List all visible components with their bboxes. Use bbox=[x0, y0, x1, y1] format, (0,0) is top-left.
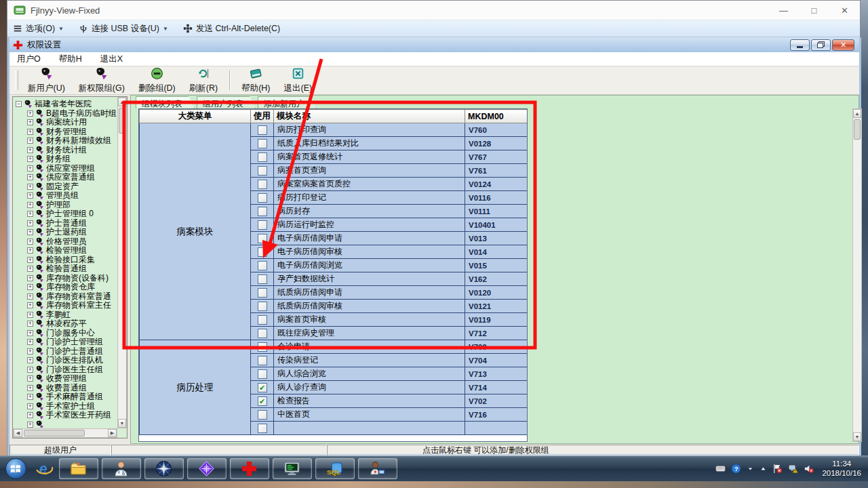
expand-icon[interactable]: + bbox=[27, 192, 33, 199]
module-name-cell[interactable]: 病历打印查询 bbox=[274, 123, 465, 137]
tree-vertical-scrollbar[interactable]: ▲ ▼ bbox=[117, 97, 127, 428]
keyboard-icon[interactable] bbox=[715, 464, 726, 474]
network-warning-icon[interactable] bbox=[788, 464, 798, 474]
volume-muted-icon[interactable] bbox=[804, 464, 814, 474]
toolbar-button-new-user[interactable]: 新用户(U) bbox=[21, 68, 72, 93]
module-checkbox[interactable] bbox=[258, 369, 267, 379]
scroll-up-icon[interactable]: ▲ bbox=[853, 109, 861, 118]
module-name-cell[interactable]: 孕产妇数据统计 bbox=[274, 272, 465, 286]
taskbar-nurse-app-button[interactable] bbox=[358, 458, 397, 479]
taskbar-clock[interactable]: 11:34 2018/10/16 bbox=[816, 459, 868, 478]
module-name-cell[interactable]: 病案首页查询 bbox=[274, 164, 465, 178]
tab-group-users[interactable]: 组用户列表 bbox=[197, 96, 256, 108]
module-checkbox[interactable] bbox=[258, 234, 267, 243]
viewer-minimize-button[interactable]: — bbox=[768, 1, 799, 20]
viewer-maximize-button[interactable]: □ bbox=[799, 1, 829, 20]
expand-icon[interactable]: + bbox=[27, 293, 33, 300]
taskbar-redcross-app-button[interactable] bbox=[230, 458, 269, 479]
taskbar-ie-icon[interactable]: e bbox=[31, 458, 57, 479]
module-checkbox[interactable]: ✔ bbox=[258, 383, 267, 392]
menu-exit[interactable]: 退出X bbox=[100, 54, 123, 65]
expand-icon[interactable]: + bbox=[27, 156, 33, 162]
help-icon[interactable]: ? bbox=[731, 464, 741, 474]
menu-user[interactable]: 用户O bbox=[17, 54, 41, 65]
expand-icon[interactable]: + bbox=[27, 375, 33, 382]
expand-icon[interactable]: + bbox=[27, 119, 33, 125]
toolbar-button-refresh[interactable]: 刷新(R) bbox=[182, 68, 224, 93]
module-name-cell[interactable]: 纸质病历借阅申请 bbox=[274, 286, 465, 300]
expand-icon[interactable]: + bbox=[27, 165, 33, 171]
module-name-cell[interactable]: 会诊申请 bbox=[274, 340, 465, 354]
module-checkbox[interactable]: ✔ bbox=[258, 396, 267, 406]
flag-error-icon[interactable] bbox=[772, 464, 783, 474]
module-name-cell[interactable]: 电子病历借阅浏览 bbox=[274, 259, 465, 272]
expand-icon[interactable]: + bbox=[27, 330, 33, 336]
module-checkbox[interactable] bbox=[258, 125, 267, 135]
module-checkbox[interactable] bbox=[258, 220, 267, 230]
viewer-menu-options[interactable]: 选项(O)▼ bbox=[13, 23, 64, 35]
module-checkbox[interactable] bbox=[258, 152, 267, 162]
module-checkbox[interactable] bbox=[258, 274, 267, 284]
expand-icon[interactable]: + bbox=[27, 266, 33, 272]
scroll-down-icon[interactable]: ▼ bbox=[853, 432, 861, 441]
expand-icon[interactable]: + bbox=[27, 403, 33, 409]
tree-group-item[interactable]: +手术室医生开药组 bbox=[14, 411, 117, 420]
module-checkbox[interactable] bbox=[258, 315, 267, 325]
module-checkbox[interactable] bbox=[258, 288, 267, 298]
module-checkbox[interactable] bbox=[258, 207, 267, 216]
module-name-cell[interactable]: 病案室病案首页质控 bbox=[274, 178, 465, 191]
expand-icon[interactable]: + bbox=[27, 422, 33, 428]
scroll-down-icon[interactable]: ▼ bbox=[118, 419, 126, 428]
module-name-cell[interactable]: 检查报告 bbox=[274, 394, 465, 408]
expand-icon[interactable]: + bbox=[27, 348, 33, 354]
taskbar-diamond-app-button[interactable] bbox=[187, 458, 226, 479]
expand-icon[interactable]: + bbox=[27, 302, 33, 308]
taskbar-doctor-app-button[interactable] bbox=[102, 458, 141, 479]
expand-icon[interactable]: + bbox=[27, 239, 33, 245]
app-restore-button[interactable] bbox=[811, 39, 831, 51]
module-checkbox[interactable] bbox=[258, 424, 267, 433]
expand-icon[interactable]: + bbox=[27, 247, 33, 253]
module-name-cell[interactable]: 病历封存 bbox=[274, 205, 465, 218]
expand-icon[interactable]: + bbox=[27, 321, 33, 327]
module-checkbox[interactable] bbox=[258, 302, 267, 311]
expand-icon[interactable]: + bbox=[27, 202, 33, 208]
module-checkbox[interactable] bbox=[258, 193, 267, 203]
module-name-cell[interactable]: 既往症病史管理 bbox=[274, 327, 465, 340]
expand-icon[interactable]: + bbox=[27, 211, 33, 217]
toolbar-button-new-group[interactable]: 新权限组(G) bbox=[72, 68, 132, 93]
expand-icon[interactable]: + bbox=[27, 394, 33, 400]
taskbar-explorer-button[interactable] bbox=[59, 458, 98, 479]
module-name-cell[interactable]: 病案首页返修统计 bbox=[274, 150, 465, 164]
tab-add-user[interactable]: 添加新用户 bbox=[258, 96, 317, 108]
app-titlebar[interactable]: 权限设置 ✕ bbox=[9, 37, 859, 52]
taskbar-monitor-app-button[interactable] bbox=[273, 458, 312, 479]
toolbar-button-exit-box[interactable]: 退出(E) bbox=[277, 68, 319, 93]
module-checkbox[interactable] bbox=[258, 410, 267, 420]
up-arrow-icon[interactable] bbox=[760, 465, 767, 472]
module-name-cell[interactable]: 病人诊疗查询 bbox=[274, 381, 465, 394]
menu-help[interactable]: 帮助H bbox=[59, 54, 82, 65]
expand-icon[interactable]: + bbox=[27, 275, 33, 281]
scroll-left-icon[interactable]: ◀ bbox=[14, 429, 22, 437]
expand-icon[interactable]: + bbox=[27, 312, 33, 318]
collapse-icon[interactable]: − bbox=[16, 101, 22, 107]
module-checkbox[interactable] bbox=[258, 329, 267, 338]
module-checkbox[interactable] bbox=[258, 166, 267, 176]
expand-icon[interactable]: + bbox=[27, 412, 33, 418]
expand-icon[interactable]: + bbox=[27, 129, 33, 135]
viewer-titlebar[interactable]: Fjlnyy-View-Fixed — □ ✕ bbox=[7, 1, 860, 20]
expand-icon[interactable]: + bbox=[27, 184, 33, 190]
viewer-menu-usb[interactable]: 连接 USB 设备(U)▼ bbox=[79, 23, 168, 35]
module-name-cell[interactable]: 纸质入库归档结果对比 bbox=[274, 137, 465, 150]
module-checkbox[interactable] bbox=[258, 180, 267, 189]
expand-icon[interactable]: + bbox=[27, 284, 33, 290]
toolbar-button-delete-group[interactable]: 删除组(D) bbox=[132, 68, 182, 93]
module-name-cell[interactable]: 纸质病历借阅审核 bbox=[274, 300, 465, 313]
module-checkbox[interactable] bbox=[258, 139, 267, 148]
module-name-cell[interactable]: 电子病历借阅审核 bbox=[274, 245, 465, 259]
table-vertical-scrollbar[interactable]: ▲ ▼ bbox=[852, 108, 862, 442]
module-name-cell[interactable]: 传染病登记 bbox=[274, 354, 465, 367]
expand-icon[interactable]: + bbox=[27, 138, 33, 144]
module-checkbox[interactable] bbox=[258, 356, 267, 365]
